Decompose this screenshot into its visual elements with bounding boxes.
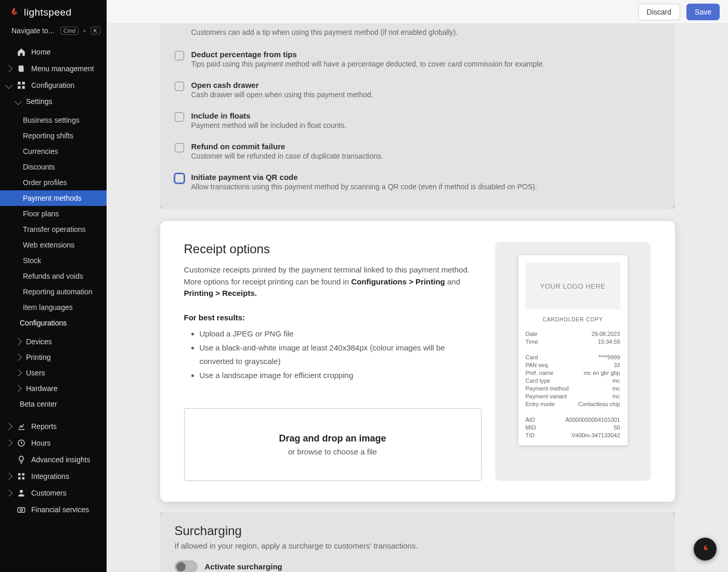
surcharging-card: Surcharging If allowed in your region, a… [160,512,675,573]
nav-hardware[interactable]: Hardware [0,381,107,396]
nav-search[interactable]: Cmd + K [0,23,107,41]
nav-beta[interactable]: Beta center [0,396,107,412]
help-fab[interactable] [694,538,717,561]
sidebar-item-reporting-shifts[interactable]: Reporting shifts [0,128,107,144]
nav-devices[interactable]: Devices [0,334,107,349]
camera-icon [17,505,26,514]
svg-rect-9 [18,477,21,480]
sidebar-item-web-ext[interactable]: Web extensions [0,237,107,253]
sidebar-item-order-profiles[interactable]: Order profiles [0,175,107,190]
sidebar-item-configurations[interactable]: Configurations [0,315,107,331]
upload-dropzone[interactable]: Drag and drop an image or browse to choo… [184,408,482,481]
nav-financial-services[interactable]: Financial services [0,501,107,518]
svg-rect-4 [18,86,20,89]
home-icon [17,47,26,57]
sidebar-item-payment-methods[interactable]: Payment methods [0,190,107,206]
nav-home[interactable]: Home [0,44,107,60]
checkbox-qr[interactable] [175,174,184,183]
squares-icon [17,472,26,481]
book-icon [17,64,26,73]
kbd-k: K [90,27,100,35]
kbd-cmd: Cmd [60,27,79,35]
receipt-options-sub: Customize receipts printed by the paymen… [184,264,475,300]
nav-users[interactable]: Users [0,365,107,381]
search-input[interactable] [10,26,56,35]
surcharge-toggle[interactable] [175,561,198,573]
sidebar-item-discounts[interactable]: Discounts [0,159,107,175]
clock-icon [17,438,26,448]
checkbox-deduct-tips[interactable] [175,51,184,60]
svg-rect-2 [18,82,20,84]
flame-icon [7,6,20,19]
nav-printing[interactable]: Printing [0,349,107,365]
nav-configuration[interactable]: Configuration [0,77,107,94]
sidebar-item-reporting-auto[interactable]: Reporting automation [0,284,107,300]
receipt-logo-placeholder: YOUR LOGO HERE [526,263,620,309]
payment-options-card: Customers can add a tip when using this … [160,24,675,209]
receipt-options-title: Receipt options [184,242,482,256]
brand: lightspeed [0,0,107,23]
bulb-icon [17,455,26,464]
svg-rect-8 [22,473,25,476]
grid-icon [17,81,26,90]
nav-settings[interactable]: Settings [0,94,107,109]
checkbox-refund-commit[interactable] [175,143,184,152]
sidebar-item-transfer-ops[interactable]: Transfer operations [0,222,107,237]
best-results-list: Upload a JPEG or PNG file Use a black-an… [184,327,482,382]
receipt-options-section: Receipt options Customize receipts print… [160,221,675,502]
nav-reports[interactable]: Reports [0,418,107,435]
nav-hours[interactable]: Hours [0,435,107,451]
main: Discard Save Customers can add a tip whe… [107,0,728,572]
nav-advanced-insights[interactable]: Advanced insights [0,451,107,468]
chart-icon [17,422,26,431]
nav-integrations[interactable]: Integrations [0,468,107,485]
sidebar-item-business[interactable]: Business settings [0,112,107,128]
best-results-heading: For best results: [184,313,482,322]
sidebar-item-refunds-voids[interactable]: Refunds and voids [0,268,107,284]
nav-customers[interactable]: Customers [0,485,107,501]
svg-rect-7 [18,473,21,476]
sidebar-item-currencies[interactable]: Currencies [0,144,107,159]
nav-menu-management[interactable]: Menu management [0,60,107,77]
sidebar: lightspeed Cmd + K Home Menu management [0,0,107,572]
sidebar-item-floor-plans[interactable]: Floor plans [0,206,107,222]
svg-rect-3 [22,82,25,84]
svg-point-11 [20,490,23,493]
svg-point-13 [20,509,23,512]
checkbox-open-drawer[interactable] [175,82,184,91]
sidebar-item-stock[interactable]: Stock [0,253,107,268]
brand-text: lightspeed [24,7,72,18]
flame-icon [700,543,710,556]
sidebar-item-item-languages[interactable]: Item languages [0,300,107,315]
receipt-preview: YOUR LOGO HERE CARDHOLDER COPY Date29.08… [495,242,651,481]
svg-rect-5 [22,86,25,89]
person-icon [17,488,26,498]
surcharging-title: Surcharging [175,524,660,538]
svg-rect-10 [22,477,25,480]
checkbox-include-floats[interactable] [175,112,184,122]
svg-rect-12 [18,508,25,512]
